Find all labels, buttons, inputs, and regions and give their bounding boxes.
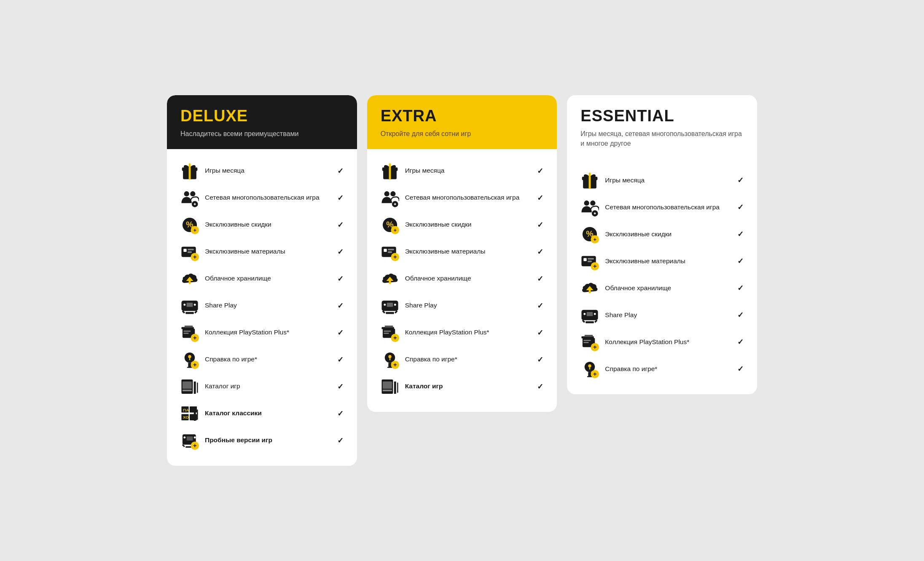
feature-label: Игры месяца: [405, 166, 533, 175]
hint-icon: +: [381, 350, 399, 369]
feature-label: Облачное хранилище: [205, 274, 333, 283]
feature-check: ✓: [337, 274, 344, 283]
feature-label: Каталог классики: [205, 409, 333, 418]
svg-point-83: [384, 304, 386, 306]
svg-text:+: +: [193, 227, 196, 233]
list-item: Облачное хранилище✓: [180, 265, 344, 292]
svg-rect-30: [183, 333, 188, 334]
feature-check: ✓: [337, 436, 344, 445]
hint-icon: +: [180, 350, 199, 369]
card-body-deluxe: Игры месяца✓ Сетевая многопользовательск…: [167, 149, 357, 466]
feature-check: ✓: [737, 310, 744, 320]
svg-text:ХО: ХО: [183, 415, 189, 419]
multiplayer-icon: [580, 198, 599, 216]
shareplay-icon: [381, 297, 399, 315]
svg-rect-41: [183, 381, 192, 388]
svg-text:+: +: [593, 344, 597, 350]
trial-icon: +: [180, 431, 199, 450]
feature-label: Игры месяца: [605, 176, 733, 185]
svg-point-109: [584, 200, 589, 206]
list-item: Share Play✓: [381, 292, 544, 319]
feature-check: ✓: [337, 409, 344, 418]
svg-rect-42: [183, 390, 192, 391]
svg-point-23: [183, 304, 185, 306]
feature-check: ✓: [537, 274, 543, 283]
svg-text:+: +: [593, 263, 597, 270]
svg-point-54: [183, 436, 185, 438]
feature-check: ✓: [537, 328, 543, 337]
svg-rect-43: [194, 381, 196, 393]
svg-point-141: [588, 364, 591, 367]
multiplayer-icon: [180, 189, 199, 207]
card-header-deluxe: DELUXEНасладитесь всеми преимуществами: [167, 95, 357, 149]
list-item: Share Play✓: [180, 292, 344, 319]
feature-label: Эксклюзивные материалы: [605, 257, 733, 266]
list-item: + Справка по игре*✓: [580, 355, 744, 382]
svg-point-96: [388, 355, 391, 358]
feature-check: ✓: [737, 176, 744, 185]
svg-rect-121: [588, 261, 592, 262]
svg-rect-133: [585, 335, 593, 337]
svg-rect-97: [389, 358, 390, 360]
gift-icon: [180, 162, 199, 180]
svg-rect-88: [384, 326, 393, 328]
feature-check: ✓: [337, 355, 344, 364]
list-item: Сетевая многопользовательская игра✓: [180, 184, 344, 211]
list-item: Каталог игр✓: [381, 373, 544, 400]
feature-label: Облачное хранилище: [405, 274, 533, 283]
cloud-icon: [580, 279, 599, 297]
feature-label: Каталог игр: [205, 382, 333, 391]
svg-rect-56: [187, 436, 193, 441]
svg-rect-37: [189, 358, 190, 360]
svg-rect-15: [188, 248, 194, 250]
svg-rect-29: [183, 331, 191, 331]
feature-label: Эксклюзивные скидки: [605, 230, 733, 239]
catalog-icon: [180, 377, 199, 396]
feature-label: Share Play: [405, 301, 533, 310]
svg-rect-76: [388, 251, 392, 253]
feature-label: Эксклюзивные скидки: [205, 220, 333, 229]
svg-point-36: [188, 355, 191, 358]
svg-point-84: [394, 304, 396, 306]
svg-text:+: +: [594, 237, 596, 243]
feature-check: ✓: [337, 301, 344, 310]
feature-check: ✓: [737, 283, 744, 293]
materials-icon: +: [580, 252, 599, 270]
feature-label: Сетевая многопользовательская игра: [205, 193, 333, 202]
feature-label: Эксклюзивные материалы: [405, 247, 533, 256]
feature-check: ✓: [737, 230, 744, 239]
svg-rect-130: [586, 321, 594, 323]
multiplayer-icon: [381, 189, 399, 207]
svg-rect-22: [187, 302, 193, 307]
list-item: + Эксклюзивные материалы✓: [580, 248, 744, 275]
card-essential: ESSENTIALИгры месяца, сетевая многопольз…: [567, 95, 757, 394]
cards-container: DELUXEНасладитесь всеми преимуществами И…: [167, 95, 757, 465]
svg-text:+: +: [193, 254, 197, 260]
list-item: + Коллекция PlayStation Plus*✓: [381, 319, 544, 346]
list-item: + Справка по игре*✓: [381, 346, 544, 373]
collection-icon: +: [381, 323, 399, 342]
svg-text:+: +: [193, 442, 197, 449]
svg-rect-120: [588, 258, 594, 260]
svg-point-65: [390, 191, 395, 196]
list-item: Игры месяца✓: [580, 167, 744, 194]
feature-check: ✓: [537, 166, 543, 176]
card-deluxe: DELUXEНасладитесь всеми преимуществами И…: [167, 95, 357, 465]
svg-point-128: [584, 313, 586, 315]
svg-rect-119: [584, 258, 587, 261]
discount-icon: % +: [381, 216, 399, 234]
collection-icon: +: [180, 323, 199, 342]
svg-rect-2: [189, 167, 191, 179]
feature-label: Коллекция PlayStation Plus*: [605, 338, 733, 347]
list-item: + Коллекция PlayStation Plus*✓: [180, 319, 344, 346]
list-item: Сетевая многопользовательская игра✓: [580, 194, 744, 221]
card-body-extra: Игры месяца✓ Сетевая многопользовательск…: [367, 149, 557, 412]
list-item: ПА ХО Каталог классики✓: [180, 400, 344, 427]
svg-rect-104: [397, 382, 398, 393]
feature-check: ✓: [337, 193, 344, 203]
card-title-essential: ESSENTIAL: [580, 107, 744, 125]
card-body-essential: Игры месяца✓ Сетевая многопользовательск…: [567, 158, 757, 394]
svg-point-24: [194, 304, 196, 306]
list-item: % + Эксклюзивные скидки✓: [180, 211, 344, 238]
list-item: + Справка по игре*✓: [180, 346, 344, 373]
